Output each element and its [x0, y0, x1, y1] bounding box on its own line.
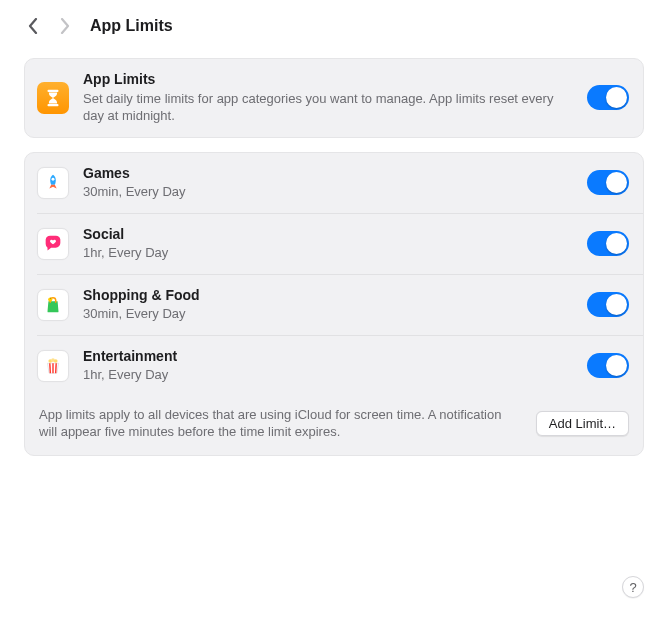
rocket-icon	[37, 167, 69, 199]
add-limit-button[interactable]: Add Limit…	[536, 411, 629, 436]
category-text: Entertainment 1hr, Every Day	[83, 348, 575, 384]
chevron-right-icon	[60, 18, 70, 34]
category-sub: 1hr, Every Day	[83, 366, 575, 384]
category-toggle-social[interactable]	[587, 231, 629, 256]
svg-rect-1	[48, 104, 59, 106]
forward-button[interactable]	[58, 17, 72, 35]
category-row-games[interactable]: Games 30min, Every Day	[25, 153, 643, 213]
category-text: Social 1hr, Every Day	[83, 226, 575, 262]
category-sub: 30min, Every Day	[83, 305, 575, 323]
category-text: Shopping & Food 30min, Every Day	[83, 287, 575, 323]
master-title: App Limits	[83, 71, 575, 89]
category-row-social[interactable]: Social 1hr, Every Day	[37, 213, 643, 274]
master-description: Set daily time limits for app categories…	[83, 90, 575, 125]
categories-group: Games 30min, Every Day Social 1hr, Every…	[24, 152, 644, 456]
svg-rect-0	[48, 90, 59, 92]
master-text: App Limits Set daily time limits for app…	[83, 71, 575, 125]
category-row-shopping[interactable]: Shopping & Food 30min, Every Day	[37, 274, 643, 335]
help-button[interactable]: ?	[622, 576, 644, 598]
svg-point-2	[52, 177, 55, 180]
hourglass-icon	[37, 82, 69, 114]
category-title: Social	[83, 226, 575, 244]
nav-arrows	[26, 17, 72, 35]
header-bar: App Limits	[0, 0, 668, 52]
category-title: Games	[83, 165, 575, 183]
back-button[interactable]	[26, 17, 40, 35]
footer-row: App limits apply to all devices that are…	[25, 396, 643, 455]
shopping-bag-icon	[37, 289, 69, 321]
category-text: Games 30min, Every Day	[83, 165, 575, 201]
category-title: Shopping & Food	[83, 287, 575, 305]
popcorn-icon	[37, 350, 69, 382]
svg-point-6	[54, 359, 58, 363]
category-toggle-entertainment[interactable]	[587, 353, 629, 378]
page-title: App Limits	[90, 17, 173, 35]
chat-heart-icon	[37, 228, 69, 260]
help-icon: ?	[629, 580, 636, 595]
master-toggle[interactable]	[587, 85, 629, 110]
chevron-left-icon	[28, 18, 38, 34]
category-row-entertainment[interactable]: Entertainment 1hr, Every Day	[37, 335, 643, 396]
master-group: App Limits Set daily time limits for app…	[24, 58, 644, 138]
category-toggle-shopping[interactable]	[587, 292, 629, 317]
category-toggle-games[interactable]	[587, 170, 629, 195]
content-panel: App Limits Set daily time limits for app…	[24, 58, 644, 456]
category-sub: 30min, Every Day	[83, 183, 575, 201]
category-sub: 1hr, Every Day	[83, 244, 575, 262]
master-row: App Limits Set daily time limits for app…	[25, 59, 643, 137]
category-title: Entertainment	[83, 348, 575, 366]
app-limits-window: App Limits App Limits Set daily time lim…	[0, 0, 668, 620]
footer-note: App limits apply to all devices that are…	[39, 406, 522, 441]
